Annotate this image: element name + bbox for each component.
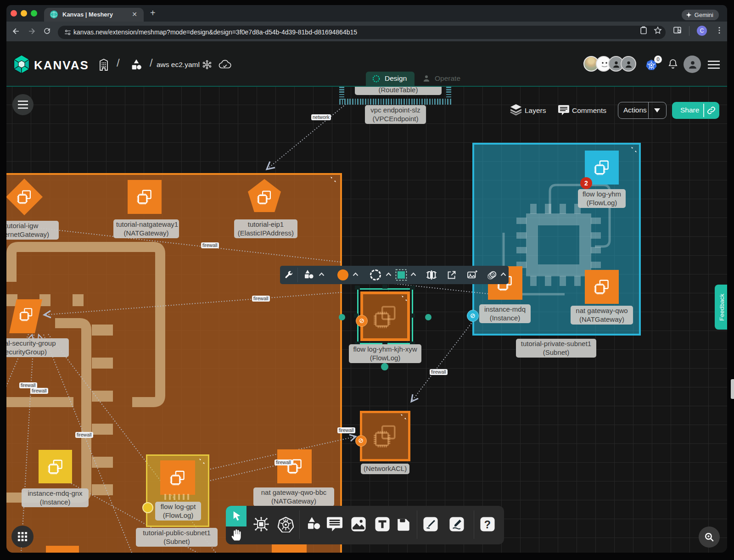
svg-text:?: ? bbox=[484, 519, 491, 531]
